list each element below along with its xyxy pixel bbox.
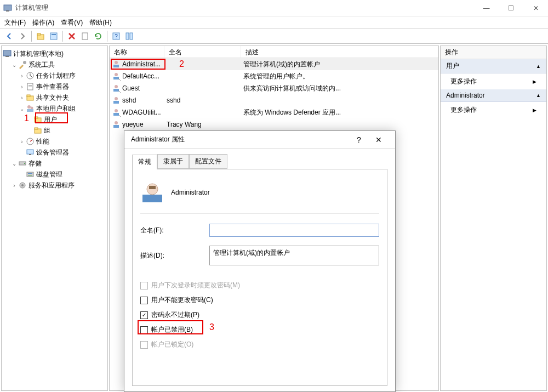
desc-input[interactable]: [209, 246, 379, 265]
tree-users[interactable]: 用户: [3, 114, 106, 125]
chk-cannot-change[interactable]: 用户不能更改密码(C): [140, 296, 379, 305]
list-row[interactable]: WDAGUtilit... 系统为 Windows Defender 应用...: [110, 106, 438, 118]
toggle-icon[interactable]: ›: [18, 139, 26, 145]
chk-never-expire[interactable]: ✓ 密码永不过期(P): [140, 310, 379, 320]
app-icon: [3, 4, 12, 13]
tree-groups[interactable]: 组: [3, 125, 106, 136]
disk-icon: [26, 170, 35, 179]
menu-help[interactable]: 帮助(H): [89, 18, 112, 27]
delete-button[interactable]: [66, 30, 78, 42]
svg-rect-44: [113, 101, 119, 104]
actions-section-admin[interactable]: Administrator ▲: [441, 89, 546, 102]
svg-rect-9: [126, 33, 129, 39]
toggle-icon[interactable]: ›: [18, 84, 26, 90]
tab-general[interactable]: 常规: [132, 155, 157, 169]
refresh-button[interactable]: [92, 30, 104, 42]
user-icon: [112, 60, 121, 69]
tree-local-users[interactable]: ⌄ 本地用户和组: [3, 103, 106, 114]
tools-icon: [18, 60, 27, 69]
view-button[interactable]: [123, 30, 135, 42]
toggle-icon[interactable]: ⌄: [10, 62, 18, 68]
dialog-close-button[interactable]: ✕: [369, 135, 389, 144]
help-button[interactable]: ?: [110, 30, 122, 42]
arrow-icon: ▶: [533, 107, 536, 113]
tree-label: 系统工具: [28, 60, 55, 70]
toggle-icon[interactable]: ⌄: [18, 106, 26, 112]
title-bar: 计算机管理 — ☐ ✕: [0, 0, 548, 16]
fullname-input[interactable]: [209, 224, 379, 237]
svg-point-37: [115, 61, 118, 64]
list-row[interactable]: Guest 供来宾访问计算机或访问域的内...: [110, 82, 438, 94]
svg-point-45: [115, 109, 118, 112]
toggle-icon[interactable]: ›: [18, 73, 26, 79]
tab-profile[interactable]: 配置文件: [189, 154, 227, 169]
tree-device-manager[interactable]: 设备管理器: [3, 147, 106, 158]
chk-label: 帐户已锁定(O): [151, 340, 193, 349]
checkbox-icon[interactable]: [140, 297, 148, 304]
cell-name: Administrat...: [122, 60, 161, 68]
checkbox-icon[interactable]: [140, 326, 148, 334]
tree-system-tools[interactable]: ⌄ 系统工具: [3, 59, 106, 70]
svg-rect-26: [35, 128, 38, 129]
tree-label: 用户: [44, 115, 57, 124]
list-row[interactable]: DefaultAcc... 系统管理的用户帐户。: [110, 70, 438, 82]
col-fullname[interactable]: 全名: [164, 46, 241, 58]
cell-desc: 系统为 Windows Defender 应用...: [243, 108, 341, 117]
minimize-button[interactable]: —: [474, 0, 499, 16]
checkbox-icon[interactable]: ✓: [140, 311, 148, 319]
svg-point-47: [115, 121, 118, 124]
svg-point-36: [21, 184, 24, 186]
tree-event-viewer[interactable]: › 事件查看器: [3, 81, 106, 92]
tree-storage[interactable]: ⌄ 存储: [3, 158, 106, 169]
actions-item-more-admin[interactable]: 更多操作 ▶: [441, 102, 546, 118]
menu-file[interactable]: 文件(F): [4, 18, 26, 27]
dialog-help-button[interactable]: ?: [349, 135, 369, 144]
tree-label: 性能: [36, 137, 49, 146]
user-icon: [112, 108, 121, 117]
list-row[interactable]: Administrat... 管理计算机(域)的内置帐户: [110, 58, 438, 70]
properties-button[interactable]: [48, 30, 60, 42]
forward-button[interactable]: [16, 30, 28, 42]
section-title: Administrator: [446, 92, 485, 99]
tree-root[interactable]: 计算机管理(本地): [3, 48, 106, 59]
svg-rect-0: [4, 5, 12, 10]
tree-disk-mgmt[interactable]: 磁盘管理: [3, 169, 106, 180]
cell-name: DefaultAcc...: [122, 72, 159, 80]
tab-memberof[interactable]: 隶属于: [157, 154, 189, 169]
menu-view[interactable]: 查看(V): [61, 18, 83, 27]
chk-must-change: 用户下次登录时须更改密码(M): [140, 281, 379, 290]
up-button[interactable]: [35, 30, 47, 42]
actions-section-users[interactable]: 用户 ▲: [441, 59, 546, 73]
col-name[interactable]: 名称: [110, 46, 164, 58]
list-row[interactable]: sshd sshd: [110, 94, 438, 106]
svg-rect-48: [113, 125, 119, 128]
chk-disabled[interactable]: 帐户已禁用(B): [140, 325, 379, 334]
tree-shared-folders[interactable]: › 共享文件夹: [3, 92, 106, 103]
users-icon: [26, 104, 35, 113]
chk-locked: 帐户已锁定(O): [140, 340, 379, 349]
event-icon: [26, 82, 35, 91]
toggle-icon[interactable]: ›: [10, 183, 18, 189]
actions-item-more-users[interactable]: 更多操作 ▶: [441, 73, 546, 89]
chk-label: 用户下次登录时须更改密码(M): [151, 281, 240, 290]
collapse-icon: ▲: [536, 93, 541, 98]
tree-services[interactable]: › 服务和应用程序: [3, 180, 106, 191]
list-row[interactable]: yueyue Tracy Wang: [110, 118, 438, 130]
toggle-icon[interactable]: ›: [18, 95, 26, 101]
tree-label: 事件查看器: [36, 82, 69, 92]
svg-point-39: [115, 73, 118, 76]
toggle-icon[interactable]: ⌄: [10, 161, 18, 167]
tree-label: 共享文件夹: [36, 93, 69, 103]
maximize-button[interactable]: ☐: [499, 0, 523, 16]
tree-task-scheduler[interactable]: › 任务计划程序: [3, 70, 106, 81]
back-button[interactable]: [3, 30, 15, 42]
svg-rect-3: [37, 33, 41, 35]
menu-action[interactable]: 操作(A): [32, 18, 54, 27]
svg-rect-6: [82, 33, 88, 39]
svg-rect-12: [5, 56, 9, 57]
tree-performance[interactable]: › 性能: [3, 136, 106, 147]
doc1-button[interactable]: [79, 30, 91, 42]
close-button[interactable]: ✕: [523, 0, 548, 16]
tab-content: Administrator 全名(F): 描述(D): 用户下次登录时须更改密码…: [132, 169, 387, 386]
col-desc[interactable]: 描述: [241, 46, 438, 58]
